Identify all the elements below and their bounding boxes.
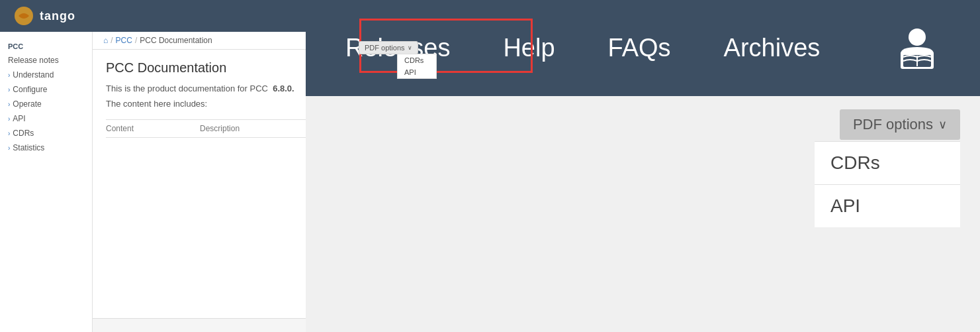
page-version: 6.8.0. [273, 83, 294, 93]
sidebar-label-cdrs: CDRs [13, 129, 34, 138]
sidebar: PCC Release notes › Understand › Configu… [0, 32, 93, 332]
logo-area: tango [13, 5, 75, 27]
sidebar-item-statistics[interactable]: › Statistics [0, 140, 92, 155]
chevron-api: › [8, 115, 10, 123]
zoomed-person-icon[interactable] [894, 24, 940, 73]
table-col-content: Content [106, 124, 134, 133]
sidebar-label-statistics: Statistics [13, 143, 44, 152]
sidebar-item-api[interactable]: › API [0, 111, 92, 126]
pdf-mini-dropdown: CDRs API [397, 54, 437, 79]
sidebar-label-configure: Configure [13, 85, 47, 94]
breadcrumb-sep2: / [135, 36, 137, 45]
svg-point-4 [909, 28, 926, 46]
pdf-options-mini-label: PDF options [365, 44, 405, 52]
chevron-cdrs: › [8, 130, 10, 137]
chevron-statistics: › [8, 144, 10, 152]
dropdown-cdrs[interactable]: CDRs [815, 142, 960, 184]
dropdown-api[interactable]: API [815, 185, 960, 227]
chevron-understand: › [8, 72, 10, 79]
zoomed-nav-faqs[interactable]: FAQs [608, 34, 671, 62]
table-col-description: Description [200, 124, 240, 133]
sidebar-item-configure[interactable]: › Configure [0, 82, 92, 97]
zoomed-nav-archives[interactable]: Archives [724, 34, 821, 62]
chevron-down-icon: ∨ [938, 117, 947, 132]
pdf-chevron-mini: ∨ [408, 44, 412, 51]
page-desc-prefix: This is the product documentation for PC… [106, 83, 268, 93]
sidebar-label-api: API [13, 114, 25, 123]
pdf-mini-cdrs[interactable]: CDRs [398, 54, 436, 66]
pdf-mini-api[interactable]: API [398, 66, 436, 78]
sidebar-item-releasenotes[interactable]: Release notes [0, 53, 92, 68]
sidebar-item-operate[interactable]: › Operate [0, 97, 92, 111]
sidebar-section: PCC [0, 37, 92, 53]
breadcrumb-home-icon[interactable]: ⌂ [103, 36, 108, 45]
sidebar-item-understand[interactable]: › Understand [0, 68, 92, 82]
breadcrumb-pcc[interactable]: PCC [116, 36, 132, 45]
breadcrumb-current: PCC Documentation [140, 36, 212, 45]
chevron-operate: › [8, 101, 10, 108]
zoomed-nav-help[interactable]: Help [503, 34, 555, 62]
pdf-options-mini-button[interactable]: PDF options ∨ [359, 41, 418, 54]
logo-text: tango [40, 9, 75, 23]
sidebar-label-releasenotes: Release notes [8, 56, 59, 65]
breadcrumb-sep1: / [111, 36, 112, 45]
sidebar-label-operate: Operate [13, 99, 41, 109]
pdf-dropdown-menu: CDRs API [815, 141, 960, 227]
pdf-options-label: PDF options [853, 116, 933, 133]
chevron-configure: › [8, 86, 10, 93]
sidebar-label-understand: Understand [13, 70, 54, 80]
sidebar-item-cdrs[interactable]: › CDRs [0, 126, 92, 140]
tango-logo-icon [13, 5, 34, 27]
zoomed-dropdown-area: PDF options ∨ CDRs API [306, 96, 980, 332]
pdf-options-button[interactable]: PDF options ∨ [840, 109, 960, 140]
